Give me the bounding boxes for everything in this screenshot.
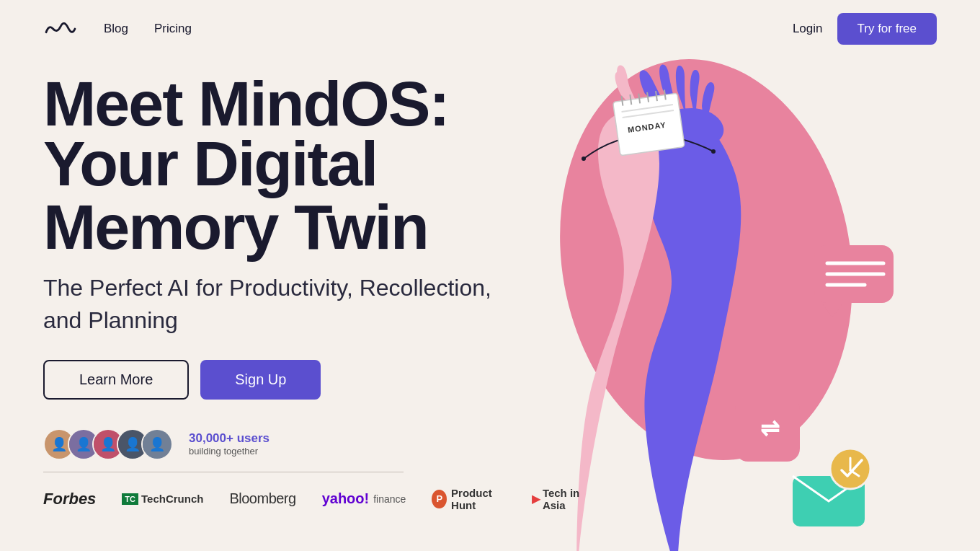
press-logos: Forbes TC TechCrunch Bloomberg yahoo! fi… (43, 487, 591, 511)
hero-title-line1: Meet MindOS: (43, 72, 591, 136)
divider (43, 472, 404, 472)
hero-section: ⇌ (0, 58, 980, 551)
navigation: Blog Pricing Login Try for free (0, 0, 980, 58)
hero-title-line2: Your Digital Memory Twin (43, 132, 591, 259)
nav-right: Login Try for free (793, 13, 937, 45)
sign-up-button[interactable]: Sign Up (200, 360, 321, 400)
nav-blog[interactable]: Blog (104, 22, 128, 36)
users-section: 👤 👤 👤 👤 👤 30,000+ users building togethe… (43, 428, 591, 460)
try-free-button[interactable]: Try for free (837, 13, 937, 45)
press-logo-bloomberg: Bloomberg (229, 490, 295, 507)
nav-pricing[interactable]: Pricing (154, 22, 192, 36)
learn-more-button[interactable]: Learn More (43, 360, 189, 400)
press-logo-techcrunch: TC TechCrunch (122, 493, 203, 505)
cta-buttons: Learn More Sign Up (43, 360, 591, 400)
press-logo-producthunt: P Product Hunt (432, 487, 506, 511)
hero-subtitle: The Perfect AI for Productivity, Recolle… (43, 272, 533, 337)
svg-point-4 (711, 149, 716, 154)
press-logo-yahoo: yahoo! finance (322, 490, 406, 507)
avatar: 👤 (141, 428, 173, 460)
avatar-group: 👤 👤 👤 👤 👤 (43, 428, 166, 460)
svg-text:⇌: ⇌ (760, 415, 780, 441)
press-logo-techinasia: ▶ Tech in Asia (532, 487, 591, 511)
users-text: 30,000+ users building together (189, 431, 270, 457)
nav-left: Blog Pricing (43, 20, 192, 38)
hero-content: Meet MindOS: Your Digital Memory Twin Th… (43, 72, 591, 511)
users-count: 30,000+ users (189, 431, 270, 446)
users-label: building together (189, 446, 270, 457)
press-logo-forbes: Forbes (43, 490, 96, 508)
login-button[interactable]: Login (793, 22, 823, 36)
logo[interactable] (43, 20, 78, 38)
